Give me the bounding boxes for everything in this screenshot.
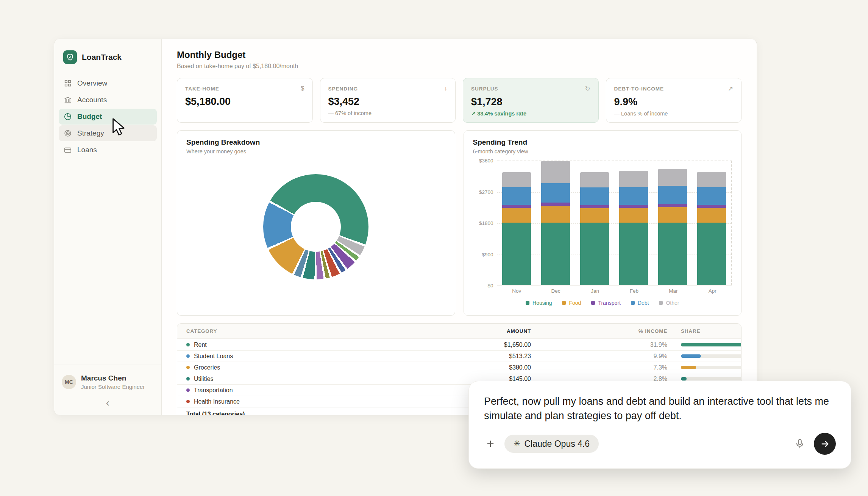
category-name: Student Loans — [194, 353, 233, 360]
y-tick-label: $0 — [487, 283, 493, 289]
page-title: Monthly Budget — [177, 50, 742, 60]
main-content: Monthly Budget Based on take-home pay of… — [162, 39, 757, 415]
sidebar-nav: Overview Accounts Budget Strategy — [54, 74, 161, 160]
user-profile[interactable]: MC Marcus Chen Junior Software Engineer — [62, 374, 154, 390]
stat-card-take-home: TAKE-HOME $ $5,180.00 — [177, 78, 313, 123]
sidebar-item-loans[interactable]: Loans — [59, 142, 157, 158]
x-tick-label: Dec — [542, 288, 570, 294]
bar-segment-housing — [580, 223, 609, 285]
legend-item-other[interactable]: Other — [659, 300, 679, 306]
sidebar-item-accounts[interactable]: Accounts — [59, 92, 157, 108]
category-name: Rent — [194, 342, 207, 348]
stat-sub: — Loans % of income — [614, 111, 734, 117]
chat-input-text[interactable]: Perfect, now pull my loans and debt and … — [484, 394, 836, 423]
mic-icon[interactable] — [793, 437, 806, 450]
user-role: Junior Software Engineer — [81, 384, 145, 390]
legend-item-housing[interactable]: Housing — [526, 300, 552, 306]
chat-controls: ✳ Claude Opus 4.6 — [484, 433, 836, 455]
category-dot — [186, 388, 190, 392]
legend-dot — [562, 301, 566, 305]
x-tick-label: Apr — [698, 288, 727, 294]
legend-dot — [659, 301, 663, 305]
donut-chart[interactable] — [263, 174, 368, 279]
sidebar-item-overview[interactable]: Overview — [59, 75, 157, 91]
bar-segment-housing — [502, 223, 531, 285]
category-amount: $380.00 — [421, 364, 531, 371]
stat-value: $3,452 — [328, 96, 448, 108]
sidebar-collapse-button[interactable]: ‹ — [62, 398, 154, 408]
bar-feb[interactable] — [619, 171, 648, 285]
legend-dot — [631, 301, 635, 305]
share-bar — [667, 377, 742, 381]
legend-label: Food — [569, 300, 581, 306]
charts-row: Spending Breakdown Where your money goes… — [177, 130, 742, 316]
plus-icon[interactable] — [484, 437, 497, 450]
bar-dec[interactable] — [541, 161, 570, 285]
category-name: Groceries — [194, 364, 220, 371]
table-row: Groceries $380.00 7.3% — [177, 362, 741, 373]
category-dot — [186, 343, 190, 346]
bar-segment-transport — [541, 203, 570, 206]
sidebar-item-budget[interactable]: Budget — [59, 109, 157, 125]
user-name: Marcus Chen — [81, 374, 145, 382]
chart-subtitle: 6-month category view — [473, 148, 732, 154]
bar-segment-housing — [619, 223, 648, 285]
y-tick-label: $3600 — [479, 158, 493, 164]
bar-segment-food — [580, 208, 609, 223]
app-window: LoanTrack Overview Accounts Budget — [54, 39, 757, 415]
stat-label: TAKE-HOME — [185, 86, 219, 92]
bar-segment-debt — [580, 187, 609, 205]
chat-input-panel[interactable]: Perfect, now pull my loans and debt and … — [468, 381, 851, 469]
bar-segment-transport — [580, 205, 609, 208]
legend-item-food[interactable]: Food — [562, 300, 581, 306]
bar-segment-debt — [502, 187, 531, 205]
app-name: LoanTrack — [82, 53, 122, 62]
sidebar-item-strategy[interactable]: Strategy — [59, 125, 157, 141]
x-tick-label: Nov — [502, 288, 531, 294]
legend-label: Transport — [598, 300, 620, 306]
legend-item-debt[interactable]: Debt — [631, 300, 649, 306]
bar-apr[interactable] — [697, 172, 726, 285]
bar-segment-debt — [697, 187, 726, 205]
send-button[interactable] — [814, 433, 836, 455]
bar-nov[interactable] — [502, 172, 531, 285]
column-header: CATEGORY — [186, 328, 421, 334]
shield-logo-icon — [63, 50, 77, 64]
category-income-pct: 9.9% — [531, 353, 667, 360]
bar-segment-other — [502, 172, 531, 187]
category-income-pct: 31.9% — [531, 342, 667, 348]
stat-value: 9.9% — [614, 96, 734, 108]
avatar: MC — [62, 375, 76, 389]
sidebar-item-label: Accounts — [77, 96, 107, 104]
bar-mar[interactable] — [658, 169, 687, 285]
sidebar-footer: MC Marcus Chen Junior Software Engineer … — [54, 365, 161, 415]
bar-segment-debt — [658, 186, 687, 204]
bar-jan[interactable] — [580, 172, 609, 285]
grid-icon — [64, 79, 72, 87]
sidebar: LoanTrack Overview Accounts Budget — [54, 39, 162, 415]
sidebar-item-label: Overview — [77, 79, 107, 87]
table-header: CATEGORY AMOUNT % INCOME SHARE — [177, 324, 741, 339]
model-name: Claude Opus 4.6 — [524, 439, 590, 449]
sidebar-item-label: Strategy — [77, 129, 104, 137]
spending-trend-card: Spending Trend 6-month category view $36… — [464, 130, 742, 316]
stat-card-spending: SPENDING ↓ $3,452 — 67% of income — [320, 78, 456, 123]
legend-dot — [526, 301, 529, 305]
share-bar — [667, 366, 742, 369]
stats-row: TAKE-HOME $ $5,180.00 SPENDING ↓ $3,452 … — [177, 78, 742, 123]
y-tick-label: $900 — [482, 251, 493, 257]
bar-segment-other — [541, 161, 570, 183]
page-subtitle: Based on take-home pay of $5,180.00/mont… — [177, 63, 742, 70]
stat-label: SURPLUS — [471, 86, 498, 92]
bar-segment-debt — [541, 183, 570, 203]
legend-item-transport[interactable]: Transport — [591, 300, 620, 306]
model-selector[interactable]: ✳ Claude Opus 4.6 — [504, 435, 599, 453]
bar-segment-food — [697, 208, 726, 223]
arrow-down-icon: ↓ — [444, 85, 448, 92]
stat-sub: — 67% of income — [328, 110, 448, 116]
legend: HousingFoodTransportDebtOther — [473, 300, 732, 306]
bar-segment-debt — [619, 187, 648, 205]
column-header: % INCOME — [531, 328, 667, 334]
category-dot — [186, 354, 190, 358]
category-name: Utilities — [194, 376, 214, 382]
